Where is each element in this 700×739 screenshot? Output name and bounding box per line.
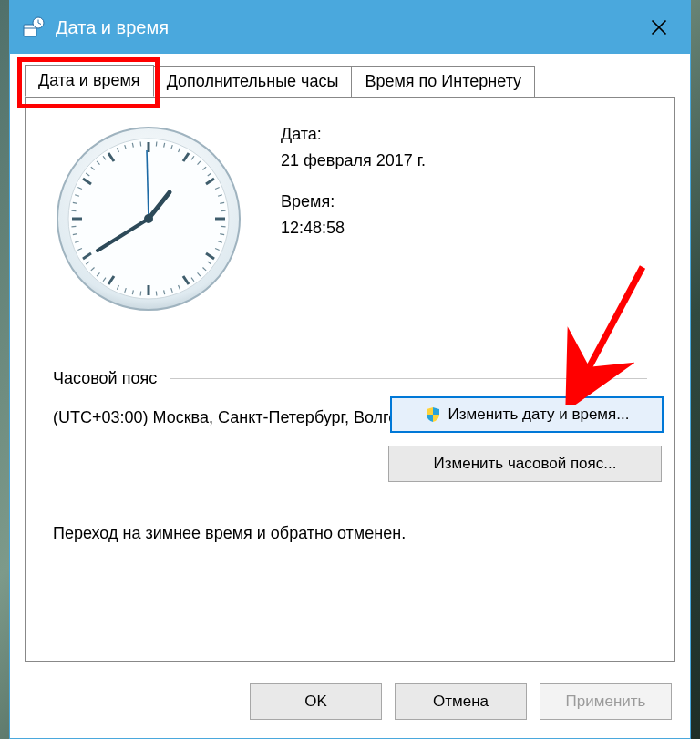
timezone-heading-row: Часовой пояс <box>53 369 647 388</box>
titlebar[interactable]: Дата и время <box>10 1 690 54</box>
date-time-dialog: Дата и время Дата и время Дополнительные… <box>9 0 691 739</box>
svg-point-72 <box>144 214 153 223</box>
date-value: 21 февраля 2017 г. <box>281 151 426 170</box>
svg-line-20 <box>221 210 226 211</box>
svg-line-33 <box>140 292 141 296</box>
tab-internet-time[interactable]: Время по Интернету <box>351 66 535 97</box>
change-date-time-label: Изменить дату и время... <box>448 405 630 424</box>
svg-line-45 <box>71 210 76 211</box>
date-label: Дата: <box>281 125 426 144</box>
tab-date-time[interactable]: Дата и время <box>25 65 154 97</box>
close-icon <box>650 18 668 36</box>
close-button[interactable] <box>637 5 681 49</box>
time-label: Время: <box>281 192 426 211</box>
ok-button[interactable]: OK <box>250 683 382 720</box>
change-timezone-label: Изменить часовой пояс... <box>434 455 617 473</box>
svg-line-32 <box>156 292 157 296</box>
dialog-footer: OK Отмена Применить <box>10 671 690 738</box>
svg-line-44 <box>71 226 76 227</box>
analog-clock <box>53 123 244 314</box>
clock-calendar-icon <box>23 16 45 38</box>
tab-panel: Дата: 21 февраля 2017 г. Время: 12:48:58 <box>25 97 675 662</box>
time-value: 12:48:58 <box>281 219 426 238</box>
svg-line-56 <box>140 141 141 146</box>
shield-icon <box>425 406 441 423</box>
change-date-time-button[interactable]: Изменить дату и время... <box>390 396 664 433</box>
cancel-button[interactable]: Отмена <box>395 683 527 720</box>
divider <box>170 378 647 379</box>
dst-notice: Переход на зимнее время и обратно отмене… <box>53 524 647 543</box>
svg-line-21 <box>221 226 226 227</box>
timezone-heading: Часовой пояс <box>53 369 157 388</box>
window-title: Дата и время <box>56 17 637 38</box>
tab-additional-clocks[interactable]: Дополнительные часы <box>153 66 353 97</box>
tab-strip: Дата и время Дополнительные часы Время п… <box>10 54 690 97</box>
change-timezone-button[interactable]: Изменить часовой пояс... <box>388 446 662 482</box>
svg-line-9 <box>156 141 157 146</box>
apply-button[interactable]: Применить <box>540 683 672 720</box>
